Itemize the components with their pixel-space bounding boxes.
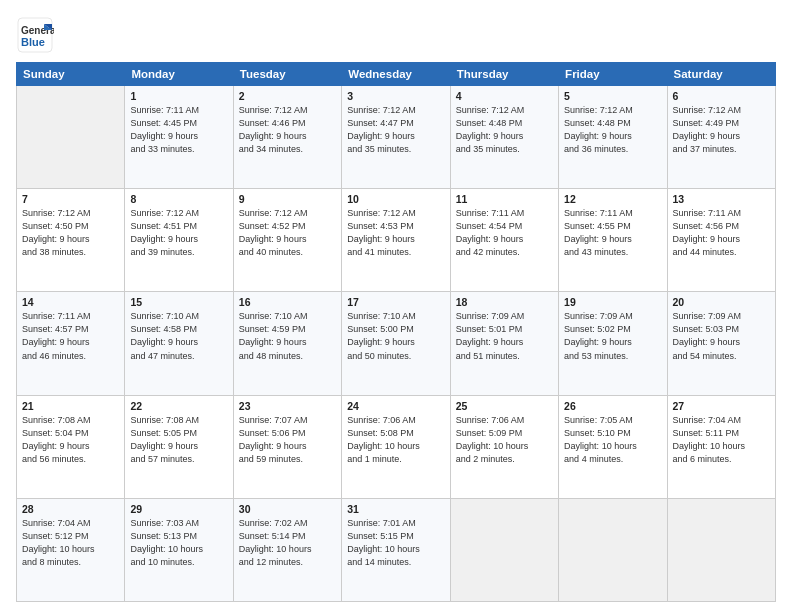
day-info: Sunrise: 7:12 AM Sunset: 4:48 PM Dayligh…	[564, 104, 661, 156]
logo-icon: General Blue	[16, 16, 54, 54]
day-number: 14	[22, 296, 119, 308]
calendar-cell: 27Sunrise: 7:04 AM Sunset: 5:11 PM Dayli…	[667, 395, 775, 498]
calendar-cell: 8Sunrise: 7:12 AM Sunset: 4:51 PM Daylig…	[125, 189, 233, 292]
weekday-header-row: SundayMondayTuesdayWednesdayThursdayFrid…	[17, 63, 776, 86]
calendar-cell: 3Sunrise: 7:12 AM Sunset: 4:47 PM Daylig…	[342, 86, 450, 189]
day-info: Sunrise: 7:10 AM Sunset: 4:59 PM Dayligh…	[239, 310, 336, 362]
day-number: 2	[239, 90, 336, 102]
day-info: Sunrise: 7:03 AM Sunset: 5:13 PM Dayligh…	[130, 517, 227, 569]
calendar-cell	[667, 498, 775, 601]
page: General Blue SundayMondayTuesdayWednesda…	[0, 0, 792, 612]
svg-text:Blue: Blue	[21, 36, 45, 48]
calendar-cell: 7Sunrise: 7:12 AM Sunset: 4:50 PM Daylig…	[17, 189, 125, 292]
week-row-0: 1Sunrise: 7:11 AM Sunset: 4:45 PM Daylig…	[17, 86, 776, 189]
day-number: 9	[239, 193, 336, 205]
calendar-cell: 31Sunrise: 7:01 AM Sunset: 5:15 PM Dayli…	[342, 498, 450, 601]
calendar-cell: 26Sunrise: 7:05 AM Sunset: 5:10 PM Dayli…	[559, 395, 667, 498]
day-info: Sunrise: 7:01 AM Sunset: 5:15 PM Dayligh…	[347, 517, 444, 569]
calendar-cell: 22Sunrise: 7:08 AM Sunset: 5:05 PM Dayli…	[125, 395, 233, 498]
day-info: Sunrise: 7:06 AM Sunset: 5:08 PM Dayligh…	[347, 414, 444, 466]
week-row-4: 28Sunrise: 7:04 AM Sunset: 5:12 PM Dayli…	[17, 498, 776, 601]
weekday-tuesday: Tuesday	[233, 63, 341, 86]
calendar-cell: 29Sunrise: 7:03 AM Sunset: 5:13 PM Dayli…	[125, 498, 233, 601]
day-number: 6	[673, 90, 770, 102]
day-number: 27	[673, 400, 770, 412]
week-row-1: 7Sunrise: 7:12 AM Sunset: 4:50 PM Daylig…	[17, 189, 776, 292]
calendar-cell: 6Sunrise: 7:12 AM Sunset: 4:49 PM Daylig…	[667, 86, 775, 189]
day-number: 22	[130, 400, 227, 412]
day-info: Sunrise: 7:08 AM Sunset: 5:04 PM Dayligh…	[22, 414, 119, 466]
day-number: 23	[239, 400, 336, 412]
day-number: 15	[130, 296, 227, 308]
day-info: Sunrise: 7:06 AM Sunset: 5:09 PM Dayligh…	[456, 414, 553, 466]
calendar-cell: 21Sunrise: 7:08 AM Sunset: 5:04 PM Dayli…	[17, 395, 125, 498]
day-info: Sunrise: 7:04 AM Sunset: 5:12 PM Dayligh…	[22, 517, 119, 569]
day-number: 12	[564, 193, 661, 205]
weekday-thursday: Thursday	[450, 63, 558, 86]
day-number: 1	[130, 90, 227, 102]
day-info: Sunrise: 7:05 AM Sunset: 5:10 PM Dayligh…	[564, 414, 661, 466]
day-info: Sunrise: 7:11 AM Sunset: 4:45 PM Dayligh…	[130, 104, 227, 156]
day-info: Sunrise: 7:11 AM Sunset: 4:56 PM Dayligh…	[673, 207, 770, 259]
day-info: Sunrise: 7:12 AM Sunset: 4:49 PM Dayligh…	[673, 104, 770, 156]
day-number: 17	[347, 296, 444, 308]
calendar-cell: 18Sunrise: 7:09 AM Sunset: 5:01 PM Dayli…	[450, 292, 558, 395]
day-info: Sunrise: 7:11 AM Sunset: 4:55 PM Dayligh…	[564, 207, 661, 259]
day-info: Sunrise: 7:12 AM Sunset: 4:48 PM Dayligh…	[456, 104, 553, 156]
calendar-cell: 25Sunrise: 7:06 AM Sunset: 5:09 PM Dayli…	[450, 395, 558, 498]
day-info: Sunrise: 7:09 AM Sunset: 5:03 PM Dayligh…	[673, 310, 770, 362]
day-number: 7	[22, 193, 119, 205]
day-info: Sunrise: 7:12 AM Sunset: 4:51 PM Dayligh…	[130, 207, 227, 259]
day-info: Sunrise: 7:12 AM Sunset: 4:53 PM Dayligh…	[347, 207, 444, 259]
calendar-cell: 9Sunrise: 7:12 AM Sunset: 4:52 PM Daylig…	[233, 189, 341, 292]
day-info: Sunrise: 7:12 AM Sunset: 4:46 PM Dayligh…	[239, 104, 336, 156]
calendar-cell: 14Sunrise: 7:11 AM Sunset: 4:57 PM Dayli…	[17, 292, 125, 395]
day-info: Sunrise: 7:11 AM Sunset: 4:54 PM Dayligh…	[456, 207, 553, 259]
calendar-table: SundayMondayTuesdayWednesdayThursdayFrid…	[16, 62, 776, 602]
day-number: 5	[564, 90, 661, 102]
day-number: 20	[673, 296, 770, 308]
weekday-wednesday: Wednesday	[342, 63, 450, 86]
logo: General Blue	[16, 16, 54, 54]
calendar-cell: 30Sunrise: 7:02 AM Sunset: 5:14 PM Dayli…	[233, 498, 341, 601]
calendar-cell: 5Sunrise: 7:12 AM Sunset: 4:48 PM Daylig…	[559, 86, 667, 189]
calendar-cell: 28Sunrise: 7:04 AM Sunset: 5:12 PM Dayli…	[17, 498, 125, 601]
day-number: 26	[564, 400, 661, 412]
calendar-cell	[17, 86, 125, 189]
calendar-cell: 16Sunrise: 7:10 AM Sunset: 4:59 PM Dayli…	[233, 292, 341, 395]
day-number: 18	[456, 296, 553, 308]
calendar-cell: 15Sunrise: 7:10 AM Sunset: 4:58 PM Dayli…	[125, 292, 233, 395]
week-row-3: 21Sunrise: 7:08 AM Sunset: 5:04 PM Dayli…	[17, 395, 776, 498]
day-number: 4	[456, 90, 553, 102]
day-number: 29	[130, 503, 227, 515]
calendar-cell: 2Sunrise: 7:12 AM Sunset: 4:46 PM Daylig…	[233, 86, 341, 189]
day-info: Sunrise: 7:11 AM Sunset: 4:57 PM Dayligh…	[22, 310, 119, 362]
weekday-saturday: Saturday	[667, 63, 775, 86]
day-number: 13	[673, 193, 770, 205]
day-info: Sunrise: 7:07 AM Sunset: 5:06 PM Dayligh…	[239, 414, 336, 466]
calendar-cell	[559, 498, 667, 601]
calendar-cell: 10Sunrise: 7:12 AM Sunset: 4:53 PM Dayli…	[342, 189, 450, 292]
day-info: Sunrise: 7:12 AM Sunset: 4:52 PM Dayligh…	[239, 207, 336, 259]
day-info: Sunrise: 7:09 AM Sunset: 5:02 PM Dayligh…	[564, 310, 661, 362]
header: General Blue	[16, 16, 776, 54]
calendar-cell: 11Sunrise: 7:11 AM Sunset: 4:54 PM Dayli…	[450, 189, 558, 292]
day-number: 25	[456, 400, 553, 412]
calendar-cell: 13Sunrise: 7:11 AM Sunset: 4:56 PM Dayli…	[667, 189, 775, 292]
day-info: Sunrise: 7:02 AM Sunset: 5:14 PM Dayligh…	[239, 517, 336, 569]
day-number: 10	[347, 193, 444, 205]
day-number: 16	[239, 296, 336, 308]
day-number: 3	[347, 90, 444, 102]
day-info: Sunrise: 7:10 AM Sunset: 5:00 PM Dayligh…	[347, 310, 444, 362]
day-info: Sunrise: 7:08 AM Sunset: 5:05 PM Dayligh…	[130, 414, 227, 466]
day-info: Sunrise: 7:09 AM Sunset: 5:01 PM Dayligh…	[456, 310, 553, 362]
calendar-cell: 12Sunrise: 7:11 AM Sunset: 4:55 PM Dayli…	[559, 189, 667, 292]
day-number: 30	[239, 503, 336, 515]
calendar-cell: 4Sunrise: 7:12 AM Sunset: 4:48 PM Daylig…	[450, 86, 558, 189]
calendar-cell: 24Sunrise: 7:06 AM Sunset: 5:08 PM Dayli…	[342, 395, 450, 498]
week-row-2: 14Sunrise: 7:11 AM Sunset: 4:57 PM Dayli…	[17, 292, 776, 395]
day-number: 8	[130, 193, 227, 205]
day-info: Sunrise: 7:10 AM Sunset: 4:58 PM Dayligh…	[130, 310, 227, 362]
day-number: 19	[564, 296, 661, 308]
weekday-monday: Monday	[125, 63, 233, 86]
